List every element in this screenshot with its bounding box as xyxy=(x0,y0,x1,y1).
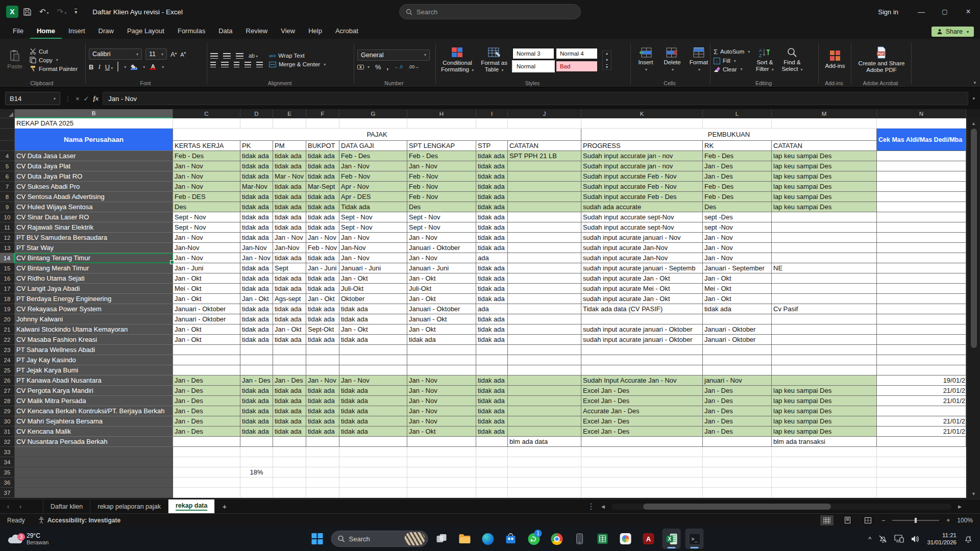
cell-L18[interactable]: Jan - Okt xyxy=(703,294,772,304)
cell-style-normal-3[interactable]: Normal 3 xyxy=(512,48,554,59)
horizontal-scrollbar[interactable] xyxy=(611,504,951,510)
cell-G31[interactable]: tidak ada xyxy=(339,427,407,437)
tray-expand-icon[interactable]: ^ xyxy=(868,535,871,543)
cell-B26[interactable]: PT Kanawa Abadi Nusantara xyxy=(15,375,173,386)
cell-B6[interactable]: CV Duta Jaya Plat RO xyxy=(15,171,173,182)
cell-I24[interactable] xyxy=(476,355,508,365)
fill-button[interactable]: ↓ Fill▾ xyxy=(714,58,750,64)
cell-L32[interactable] xyxy=(703,437,772,447)
italic-button[interactable]: I xyxy=(98,63,100,71)
align-left-icon[interactable] xyxy=(210,62,216,67)
cell-B21[interactable]: Kalwani Stockindo Utama Kemayoran xyxy=(15,324,173,335)
increase-decimal-icon[interactable]: ←.0 xyxy=(394,64,403,69)
cell-C28[interactable]: Jan - Des xyxy=(173,396,240,406)
cell-L11[interactable]: sept -Nov xyxy=(703,222,772,233)
cell-M28[interactable]: lap keu sampai Des xyxy=(772,396,877,406)
cell-N22[interactable] xyxy=(877,335,966,345)
cell-H20[interactable]: Januari - Okt xyxy=(407,314,476,324)
ribbon-tab-help[interactable]: Help xyxy=(302,24,329,39)
cell-L10[interactable]: sept -Des xyxy=(703,212,772,222)
cell-D21[interactable]: tidak ada xyxy=(240,324,273,335)
cell-H15[interactable]: Januari - Juni xyxy=(407,263,476,273)
cell-C8[interactable]: Feb - DES xyxy=(173,192,240,202)
cell-D22[interactable]: tidak ada xyxy=(240,335,273,345)
cell-L31[interactable]: Jan - Des xyxy=(703,427,772,437)
cell-I18[interactable]: tidak ada xyxy=(476,294,508,304)
cell-I27[interactable]: tidak ada xyxy=(476,386,508,396)
row-header-17[interactable]: 17 xyxy=(0,284,15,294)
cell-G8[interactable]: Apr - DES xyxy=(339,192,407,202)
titlebar-search[interactable]: Search xyxy=(399,4,581,19)
close-button[interactable]: × xyxy=(957,0,980,23)
decrease-decimal-icon[interactable]: .00→ xyxy=(408,64,420,69)
cell-H4[interactable]: Feb - Des xyxy=(407,151,476,161)
cell-L35[interactable] xyxy=(703,467,772,478)
cell-I10[interactable]: tidak ada xyxy=(476,212,508,222)
cut-button[interactable]: Cut xyxy=(30,48,78,55)
row-header-28[interactable]: 28 xyxy=(0,396,15,406)
font-family-select[interactable]: Calibri▾ xyxy=(89,48,142,60)
cell-F20[interactable]: tidak ada xyxy=(306,314,339,324)
cell-J31[interactable] xyxy=(508,427,581,437)
ribbon-tab-data[interactable]: Data xyxy=(212,24,239,39)
cell-B8[interactable]: CV Sentosa Abadi Advertising xyxy=(15,192,173,202)
cell-H28[interactable]: Jan - Nov xyxy=(407,396,476,406)
cell-F27[interactable]: tidak ada xyxy=(306,386,339,396)
cell-N23[interactable] xyxy=(877,345,966,355)
cell-style-normal[interactable]: Normal xyxy=(512,61,554,72)
cell-N35[interactable] xyxy=(877,467,966,478)
find-select-button[interactable]: Find &Select ▾ xyxy=(779,41,804,79)
cell-pajak-header[interactable]: PAJAK xyxy=(173,129,581,141)
cell-L1[interactable] xyxy=(703,118,772,129)
cell-L26[interactable]: januari - Nov xyxy=(703,375,772,386)
cell-B33[interactable] xyxy=(15,447,173,457)
cell-F12[interactable]: Jan - Nov xyxy=(306,233,339,243)
cell-E37[interactable] xyxy=(273,488,306,498)
cell-L20[interactable] xyxy=(703,314,772,324)
cell-L15[interactable]: Januari - September xyxy=(703,263,772,273)
cell-M30[interactable]: lap keu sampai Des xyxy=(772,416,877,427)
cancel-entry-icon[interactable]: × xyxy=(76,95,80,103)
cell-J16[interactable] xyxy=(508,273,581,284)
cell-G21[interactable]: Jan - Okt xyxy=(339,324,407,335)
cell-G24[interactable] xyxy=(339,355,407,365)
accessibility-status[interactable]: Accessibility: Investigate xyxy=(38,517,120,524)
cell-B23[interactable]: PT Sahara Wellness Abadi xyxy=(15,345,173,355)
cell-D32[interactable] xyxy=(240,437,273,447)
cell-G19[interactable]: tidak ada xyxy=(339,304,407,314)
acrobat-icon[interactable]: A xyxy=(640,529,658,549)
cell-K17[interactable]: sudah input acurate Mei - Okt xyxy=(581,284,703,294)
cell-N6[interactable] xyxy=(877,171,966,182)
cell-L25[interactable] xyxy=(703,365,772,375)
cell-F23[interactable] xyxy=(306,345,339,355)
cell-G4[interactable]: Feb - Des xyxy=(339,151,407,161)
cell-N9[interactable] xyxy=(877,202,966,212)
cell-I11[interactable]: tidak ada xyxy=(476,222,508,233)
align-top-icon[interactable] xyxy=(210,53,218,59)
cell-F19[interactable]: tidak ada xyxy=(306,304,339,314)
cell-H14[interactable]: Jan - Nov xyxy=(407,253,476,263)
cell-K35[interactable] xyxy=(581,467,703,478)
cell-I37[interactable] xyxy=(476,488,508,498)
cell-D26[interactable]: Jan - Des xyxy=(240,375,273,386)
cell-F5[interactable]: tidak ada xyxy=(306,161,339,171)
cell-D27[interactable]: tidak ada xyxy=(240,386,273,396)
cell-F4[interactable]: tidak ada xyxy=(306,151,339,161)
number-format-select[interactable]: General▾ xyxy=(357,49,430,61)
cell-C4[interactable]: Feb - Des xyxy=(173,151,240,161)
cell-D25[interactable] xyxy=(240,365,273,375)
insert-cells-button[interactable]: Insert▾ xyxy=(634,41,657,79)
cell-K27[interactable]: Excel Jan - Des xyxy=(581,386,703,396)
cell-N7[interactable] xyxy=(877,182,966,192)
cell-G25[interactable] xyxy=(339,365,407,375)
cell-F26[interactable]: Jan - Nov xyxy=(306,375,339,386)
cell-N24[interactable] xyxy=(877,355,966,365)
cell-style-bad[interactable]: Bad xyxy=(556,61,598,72)
cell-M9[interactable]: lap keu sampai Des xyxy=(772,202,877,212)
cell-H16[interactable]: Jan - Okt xyxy=(407,273,476,284)
cell-L28[interactable]: Jan - Des xyxy=(703,396,772,406)
cell-B20[interactable]: Johnny Kalwani xyxy=(15,314,173,324)
cell-J20[interactable] xyxy=(508,314,581,324)
cell-K6[interactable]: Sudah input accurate Feb - Nov xyxy=(581,171,703,182)
sheet-tab-rekap-data[interactable]: rekap data xyxy=(168,499,215,513)
